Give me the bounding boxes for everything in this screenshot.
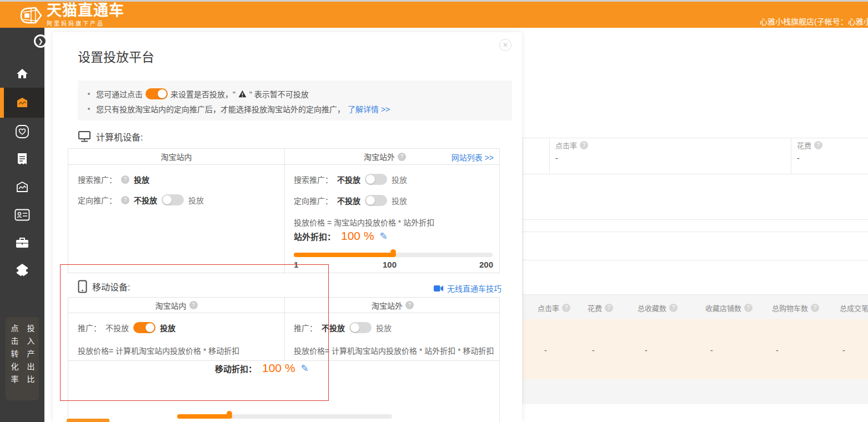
example-toggle[interactable] [145, 88, 168, 99]
toggle-on-label: 投放 [376, 322, 392, 333]
wireless-tips[interactable]: 无线直通车技巧 [434, 283, 501, 294]
computer-platform-table: 淘宝站内 淘宝站外 ? 网站列表 >> 搜索推广： ? 投放 定向推广： ? 不… [68, 148, 500, 273]
edit-pencil-icon[interactable]: ✎ [301, 363, 309, 374]
help-icon[interactable]: ? [405, 301, 414, 309]
report-col-header: 收藏店铺数 ? [705, 303, 752, 313]
report-col-header: 总收藏数 ? [638, 303, 678, 313]
mobile-outside-promo-toggle[interactable] [349, 322, 372, 333]
help-icon[interactable]: ? [669, 304, 678, 312]
row-label: 推广： [78, 322, 101, 333]
heart-icon [15, 124, 29, 139]
column-header-taobao-outside: 淘宝站外 ? [285, 298, 500, 313]
header-text: 花费 [588, 303, 602, 313]
row-divider [68, 360, 499, 361]
help-icon[interactable]: ? [121, 175, 129, 184]
metric-label-text: 点击率 [555, 140, 577, 150]
video-camera-icon [434, 285, 444, 292]
website-list-link[interactable]: 网站列表 >> [451, 152, 494, 163]
help-icon[interactable]: ? [580, 141, 588, 149]
mobile-outside-price-formula: 投放价格= 计算机淘宝站内投放价格 * 站外折扣 * 移动折扣 [294, 345, 494, 356]
slider-max-label: 200 [479, 260, 493, 269]
toggle-off-label: 不投放 [106, 322, 129, 333]
mobile-table-header: 淘宝站内 ? 淘宝站外 ? [68, 298, 499, 313]
computer-outside-search-toggle[interactable] [365, 174, 387, 185]
report-table-row-empty [522, 379, 868, 404]
computer-inside-target-toggle[interactable] [162, 194, 184, 205]
discount-value: 100 % [341, 229, 374, 243]
learn-more-link[interactable]: 了解详情 >> [348, 103, 390, 114]
account-name[interactable]: 心雅小栈旗舰店(子帐号：心雅小栈 [760, 16, 868, 27]
wireless-tips-link[interactable]: 无线直通车技巧 [447, 283, 501, 294]
report-col-header: 总成交笔 [840, 303, 868, 313]
receipt-icon [16, 152, 29, 167]
header-text: 总成交笔 [840, 303, 868, 313]
row-label: 定向推广： [78, 194, 117, 205]
slider-handle[interactable] [227, 411, 232, 416]
mobile-inside-promo-toggle[interactable] [133, 322, 155, 333]
close-icon[interactable]: ✕ [499, 39, 511, 51]
section-title: 计算机设备: [96, 130, 143, 143]
mobile-outside-promo-row: 推广： 不投放 投放 [294, 322, 392, 333]
slider-min-label: 1 [294, 260, 298, 269]
row-label: 搜索推广： [78, 174, 117, 185]
cell-value: - [776, 346, 779, 355]
help-icon[interactable]: ? [811, 304, 819, 312]
computer-discount-slider[interactable] [294, 253, 493, 257]
help-icon[interactable]: ? [398, 153, 406, 161]
cell-value: - [544, 346, 547, 355]
sidebar: ❯ [0, 28, 44, 422]
sidebar-item-creative[interactable] [0, 173, 44, 201]
divider [522, 232, 868, 232]
sidebar-item-favorites[interactable] [0, 118, 44, 145]
computer-outside-discount-row: 站外折扣： 100 % ✎ [294, 229, 388, 243]
mobile-platform-table: 淘宝站内 ? 淘宝站外 ? 推广： 不投放 投放 投放价格= 计算机淘宝站内投放… [68, 297, 500, 422]
slider-mid-label: 100 [383, 260, 397, 269]
logo-subtitle: 阿里妈妈旗下产品 [47, 19, 124, 27]
report-table-row[interactable]: - - - - - - [522, 319, 868, 379]
edit-pencil-icon[interactable]: ✎ [380, 230, 388, 242]
page: 点击率 ? - 花费 ? - 点击率 ? 花费 ? 总收藏数 ? 收藏店铺数 [0, 0, 868, 422]
divider [522, 260, 868, 260]
sidebar-item-account[interactable] [0, 201, 44, 229]
sidebar-metrics-box[interactable]: 点击转化率 投入产出比 [6, 317, 39, 400]
computer-inside-target-row: 定向推广： ? 不投放 投放 [78, 194, 204, 205]
computer-outside-target-toggle[interactable] [365, 195, 387, 206]
help-icon[interactable]: ? [189, 301, 198, 309]
help-icon[interactable]: ? [814, 141, 822, 149]
bullet-icon [88, 93, 90, 95]
logo-title: 天猫直通车 [47, 3, 124, 18]
computer-outside-target-row: 定向推广： 不投放 投放 [294, 195, 407, 206]
help-icon[interactable]: ? [562, 304, 570, 312]
mobile-section-header: 移动设备: [78, 280, 130, 293]
sidebar-item-assistant[interactable] [0, 257, 44, 284]
toggle-on-label: 投放 [188, 194, 204, 205]
mobile-discount-slider[interactable] [177, 414, 392, 419]
cell-value: - [710, 346, 713, 355]
help-icon[interactable]: ? [605, 304, 613, 312]
sidebar-item-reports[interactable] [0, 145, 44, 173]
save-button[interactable] [67, 419, 109, 422]
app-logo[interactable]: 天猫直通车 阿里妈妈旗下产品 [19, 3, 124, 27]
sidebar-item-home[interactable] [0, 60, 44, 88]
ctr-vertical-label: 点击转化率 [9, 324, 20, 400]
column-header-taobao-inside: 淘宝站内 ? [68, 298, 284, 313]
background-report-panel: 点击率 ? - 花费 ? - 点击率 ? 花费 ? 总收藏数 ? 收藏店铺数 [522, 28, 868, 422]
cell-value: - [645, 346, 648, 355]
computer-inside-search-row: 搜索推广： ? 投放 [78, 174, 149, 185]
divider [549, 138, 550, 174]
row-label: 定向推广： [294, 195, 333, 206]
row-label: 推广： [294, 322, 317, 333]
sidebar-item-tools[interactable] [0, 229, 44, 257]
notice-text: 您只有投放淘宝站内的定向推广后，才能选择投放淘宝站外的定向推广， [96, 103, 345, 114]
slider-handle[interactable] [390, 249, 396, 255]
sidebar-item-campaign-active[interactable] [0, 88, 44, 118]
report-col-header: 总购物车数 ? [772, 303, 819, 313]
cell-value: - [592, 346, 595, 355]
sidebar-collapse-button[interactable]: ❯ [34, 34, 47, 48]
help-icon[interactable]: ? [744, 304, 752, 312]
formula-text: 投放价格= 计算机淘宝站内投放价格 * 站外折扣 * 移动折扣 [294, 345, 494, 356]
chevron-right-icon: ❯ [36, 36, 46, 46]
help-icon[interactable]: ? [121, 196, 129, 204]
toggle-on-label: 投放 [392, 174, 407, 185]
modal-title: 设置投放平台 [78, 47, 154, 66]
